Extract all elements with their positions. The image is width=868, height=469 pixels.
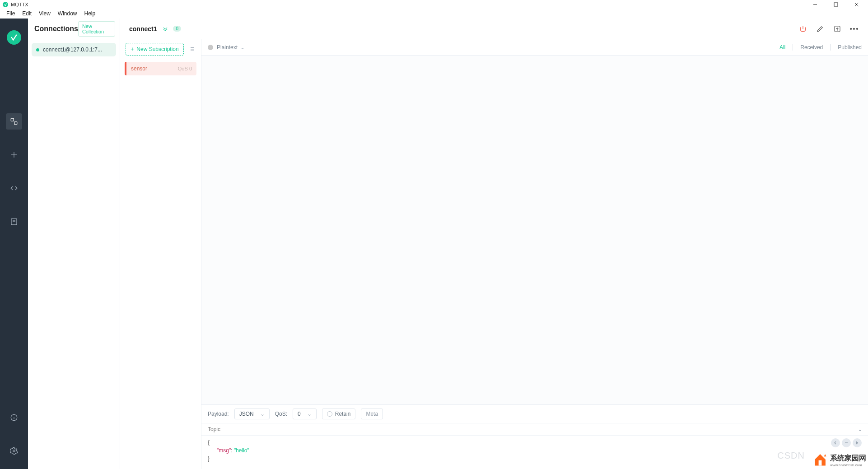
display-mode-select[interactable]: Plaintext ⌄ bbox=[217, 44, 245, 51]
history-clear-button[interactable] bbox=[842, 438, 851, 447]
nav-connections[interactable] bbox=[6, 113, 22, 130]
svg-point-14 bbox=[13, 450, 15, 452]
connection-header: connect1 0 ••• bbox=[120, 19, 868, 39]
topic-input[interactable] bbox=[201, 423, 868, 436]
messages-area bbox=[201, 56, 868, 404]
chevron-down-icon: ⌄ bbox=[260, 411, 265, 417]
qos-select[interactable]: 0 ⌄ bbox=[293, 409, 317, 419]
logo-icon bbox=[7, 30, 21, 45]
payload-type-select[interactable]: JSON ⌄ bbox=[234, 409, 270, 419]
all-topics-dot-icon[interactable] bbox=[208, 45, 213, 50]
subscription-item[interactable]: sensor QoS 0 bbox=[125, 62, 196, 75]
message-count-badge: 0 bbox=[173, 26, 181, 32]
connection-title: connect1 bbox=[129, 25, 157, 33]
more-button[interactable]: ••• bbox=[850, 24, 859, 33]
nav-settings[interactable] bbox=[6, 443, 22, 459]
new-subscription-button[interactable]: + New Subscription bbox=[126, 43, 184, 56]
menu-edit[interactable]: Edit bbox=[19, 9, 35, 18]
window-close-button[interactable] bbox=[846, 0, 867, 9]
payload-type-value: JSON bbox=[239, 411, 254, 417]
disconnect-button[interactable] bbox=[798, 24, 807, 33]
tab-published[interactable]: Published bbox=[838, 44, 862, 51]
payload-value: "hello" bbox=[234, 447, 249, 454]
payload-editor[interactable]: { "msg": "hello" } bbox=[201, 436, 868, 469]
svg-rect-5 bbox=[14, 122, 17, 125]
display-mode-label: Plaintext bbox=[217, 44, 238, 51]
svg-rect-4 bbox=[11, 118, 14, 121]
nav-rail bbox=[0, 19, 28, 469]
chevron-down-icon[interactable]: ⌄ bbox=[858, 426, 863, 432]
message-toolbar: Plaintext ⌄ All Received Published bbox=[201, 39, 868, 56]
nav-logs[interactable] bbox=[6, 214, 22, 230]
title-bar: MQTTX bbox=[0, 0, 868, 9]
retain-label: Retain bbox=[335, 411, 351, 417]
connections-title: Connections bbox=[34, 25, 78, 33]
qos-value: 0 bbox=[298, 411, 301, 417]
app-title: MQTTX bbox=[11, 2, 28, 7]
new-window-button[interactable] bbox=[833, 24, 842, 33]
chevron-down-icon: ⌄ bbox=[307, 411, 312, 417]
svg-rect-1 bbox=[834, 3, 838, 6]
payload-label: Payload: bbox=[208, 411, 229, 417]
nav-scripts[interactable] bbox=[6, 180, 22, 196]
connection-item[interactable]: connect1@127.0.0.1:7... bbox=[32, 43, 116, 56]
history-prev-button[interactable] bbox=[831, 438, 840, 447]
plus-icon: + bbox=[131, 46, 134, 52]
qos-label: QoS: bbox=[275, 411, 287, 417]
new-collection-button[interactable]: New Collection bbox=[78, 21, 115, 37]
menu-help[interactable]: Help bbox=[81, 9, 99, 18]
retain-toggle[interactable]: Retain bbox=[322, 409, 356, 419]
connections-panel: Connections New Collection connect1@127.… bbox=[28, 19, 120, 469]
expand-all-icon[interactable] bbox=[162, 26, 168, 32]
window-maximize-button[interactable] bbox=[826, 0, 846, 9]
publish-area: Payload: JSON ⌄ QoS: 0 ⌄ Retain bbox=[201, 404, 868, 469]
menu-bar: File Edit View Window Help bbox=[0, 9, 868, 19]
edit-button[interactable] bbox=[816, 24, 825, 33]
tab-received[interactable]: Received bbox=[800, 44, 823, 51]
send-button[interactable] bbox=[853, 438, 862, 447]
payload-key: "msg" bbox=[217, 447, 231, 454]
tab-all[interactable]: All bbox=[779, 44, 785, 51]
chevron-down-icon: ⌄ bbox=[240, 44, 245, 51]
radio-icon bbox=[327, 411, 332, 417]
status-connected-icon bbox=[36, 48, 39, 51]
new-subscription-label: New Subscription bbox=[136, 46, 178, 52]
menu-file[interactable]: File bbox=[3, 9, 19, 18]
subscription-topic: sensor bbox=[131, 65, 147, 72]
subscription-layout-toggle[interactable] bbox=[187, 45, 196, 54]
menu-window[interactable]: Window bbox=[54, 9, 81, 18]
app-icon bbox=[3, 2, 8, 7]
window-minimize-button[interactable] bbox=[805, 0, 826, 9]
nav-new[interactable] bbox=[6, 147, 22, 163]
subscription-qos: QoS 0 bbox=[178, 66, 192, 71]
subscriptions-panel: + New Subscription sensor QoS 0 bbox=[120, 39, 201, 469]
connection-item-label: connect1@127.0.0.1:7... bbox=[43, 46, 102, 53]
menu-view[interactable]: View bbox=[35, 9, 54, 18]
nav-info[interactable] bbox=[6, 409, 22, 426]
meta-button[interactable]: Meta bbox=[361, 409, 383, 419]
